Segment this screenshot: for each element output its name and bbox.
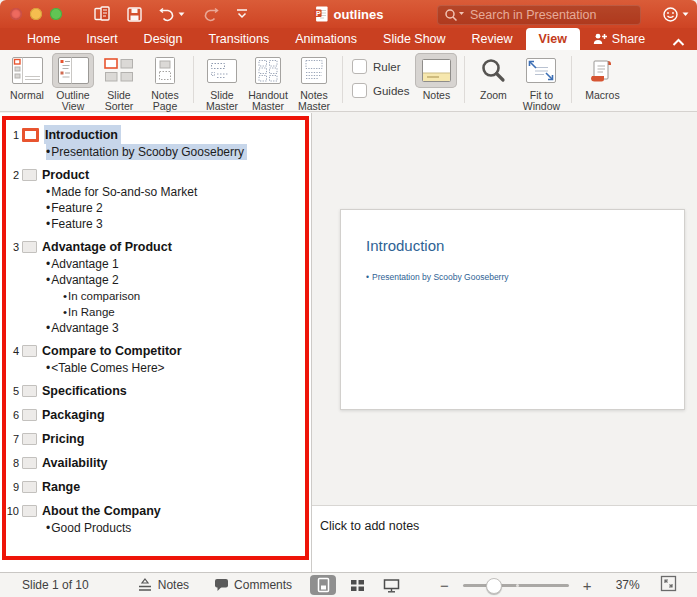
status-normal-view-button[interactable] xyxy=(310,575,336,595)
outline-bullet-text[interactable]: In comparison xyxy=(68,290,140,302)
outline-slide-icon[interactable] xyxy=(22,241,37,253)
tab-insert[interactable]: Insert xyxy=(73,28,130,50)
save-icon[interactable] xyxy=(127,7,142,22)
outline-slide-title-row[interactable]: 4Compare to Competitor xyxy=(0,342,303,360)
ruler-checkbox-row[interactable]: Ruler xyxy=(352,59,409,74)
outline-bullet[interactable]: •In comparison xyxy=(0,288,303,304)
status-slideshow-button[interactable] xyxy=(378,575,404,595)
tab-review[interactable]: Review xyxy=(459,28,526,50)
close-window-button[interactable] xyxy=(10,8,22,20)
status-slide-sorter-button[interactable] xyxy=(344,575,370,595)
notes-page-button[interactable]: Notes Page xyxy=(142,53,188,111)
outline-slide-icon[interactable] xyxy=(22,433,37,445)
outline-bullet[interactable]: •Advantage 2 xyxy=(0,272,303,288)
outline-bullet[interactable]: •Feature 2 xyxy=(0,200,303,216)
notes-pane[interactable]: Click to add notes xyxy=(312,505,697,573)
outline-slide-title-row[interactable]: 8Availability xyxy=(0,454,303,472)
feedback-smiley-button[interactable] xyxy=(662,6,689,23)
outline-bullet-text[interactable]: Advantage 3 xyxy=(51,321,118,335)
normal-view-button[interactable]: Normal xyxy=(4,53,50,101)
outline-bullet-text[interactable]: <Table Comes Here> xyxy=(51,361,164,375)
outline-slide-title-row[interactable]: 2Product xyxy=(0,166,303,184)
tab-home[interactable]: Home xyxy=(14,28,73,50)
search-box[interactable] xyxy=(437,5,641,25)
slide-preview[interactable]: Introduction •Presentation by Scooby Goo… xyxy=(340,209,685,410)
outline-slide-title-row[interactable]: 9Range xyxy=(0,478,303,496)
outline-slide-icon[interactable] xyxy=(22,457,37,469)
outline-bullet-text[interactable]: In Range xyxy=(68,306,115,318)
outline-view-button[interactable]: Outline View xyxy=(50,53,96,111)
outline-bullet-text[interactable]: Presentation by Scooby Gooseberry xyxy=(51,145,244,159)
outline-bullet[interactable]: •Good Products xyxy=(0,520,303,536)
undo-button[interactable] xyxy=(159,7,185,22)
comments-toggle[interactable]: Comments xyxy=(214,578,292,592)
outline-bullet[interactable]: •Made for So-and-so Market xyxy=(0,184,303,200)
slide-sorter-button[interactable]: Slide Sorter xyxy=(96,53,142,111)
outline-slide-title-row[interactable]: 7Pricing xyxy=(0,430,303,448)
fit-slide-to-window-button[interactable] xyxy=(660,575,677,595)
zoom-button[interactable]: Zoom xyxy=(470,53,516,101)
outline-slide-icon[interactable] xyxy=(22,385,37,397)
handout-master-button[interactable]: Handout Master xyxy=(245,53,291,111)
outline-slide-title-row[interactable]: 6Packaging xyxy=(0,406,303,424)
guides-checkbox-row[interactable]: Guides xyxy=(352,83,409,98)
zoom-slider-thumb[interactable] xyxy=(486,578,502,594)
zoom-window-button[interactable] xyxy=(50,8,62,20)
outline-slide-title[interactable]: Pricing xyxy=(42,432,84,446)
outline-bullet-text[interactable]: Made for So-and-so Market xyxy=(51,185,197,199)
outline-slide-title[interactable]: Packaging xyxy=(42,408,105,422)
search-input[interactable] xyxy=(438,6,640,24)
outline-slide-title[interactable]: About the Company xyxy=(42,504,161,518)
outline-slide-title-row[interactable]: 10About the Company xyxy=(0,502,303,520)
zoom-slider[interactable] xyxy=(463,578,569,592)
guides-checkbox[interactable] xyxy=(352,83,367,98)
outline-slide-title-row[interactable]: 3Advantage of Product xyxy=(0,238,303,256)
tab-transitions[interactable]: Transitions xyxy=(196,28,283,50)
outline-bullet-text[interactable]: Feature 2 xyxy=(51,201,102,215)
tab-animations[interactable]: Animations xyxy=(282,28,370,50)
outline-slide-title[interactable]: Compare to Competitor xyxy=(42,344,182,358)
toolbar-options-icon[interactable] xyxy=(236,8,248,20)
outline-bullet[interactable]: •Advantage 1 xyxy=(0,256,303,272)
zoom-in-button[interactable]: + xyxy=(583,577,592,594)
outline-slide-title[interactable]: Introduction xyxy=(44,125,121,144)
notes-toggle[interactable]: Notes xyxy=(137,578,189,592)
minimize-window-button[interactable] xyxy=(30,8,42,20)
outline-bullet-text[interactable]: Advantage 2 xyxy=(51,273,118,287)
outline-bullet[interactable]: •Advantage 3 xyxy=(0,320,303,336)
notes-master-button[interactable]: Notes Master xyxy=(291,53,337,111)
tab-share[interactable]: Share xyxy=(580,28,658,50)
outline-slide-title[interactable]: Range xyxy=(42,480,80,494)
outline-slide-icon[interactable] xyxy=(22,345,37,357)
tab-design[interactable]: Design xyxy=(131,28,196,50)
outline-slide-title[interactable]: Specifications xyxy=(42,384,127,398)
outline-bullet-text[interactable]: Feature 3 xyxy=(51,217,102,231)
outline-slide-title[interactable]: Product xyxy=(42,168,89,182)
fit-to-window-button[interactable]: Fit to Window xyxy=(516,53,566,111)
new-presentation-icon[interactable] xyxy=(94,6,110,22)
slide-master-button[interactable]: Slide Master xyxy=(199,53,245,111)
ruler-checkbox[interactable] xyxy=(352,59,367,74)
notes-toggle-button[interactable]: Notes xyxy=(413,53,459,101)
tab-slide-show[interactable]: Slide Show xyxy=(370,28,459,50)
outline-bullet[interactable]: •Presentation by Scooby Gooseberry xyxy=(0,144,303,160)
outline-slide-icon[interactable] xyxy=(22,409,37,421)
outline-slide-title-row[interactable]: 1Introduction xyxy=(0,126,303,144)
outline-slide-icon[interactable] xyxy=(22,169,37,181)
outline-slide-icon[interactable] xyxy=(22,505,37,517)
outline-slide-title[interactable]: Advantage of Product xyxy=(42,240,172,254)
redo-button[interactable] xyxy=(202,7,219,22)
outline-slide-title-row[interactable]: 5Specifications xyxy=(0,382,303,400)
outline-bullet-text[interactable]: Good Products xyxy=(51,521,131,535)
outline-slide-icon[interactable] xyxy=(22,481,37,493)
outline-slide-title[interactable]: Availability xyxy=(42,456,108,470)
tab-view[interactable]: View xyxy=(526,28,580,50)
outline-bullet[interactable]: •Feature 3 xyxy=(0,216,303,232)
zoom-out-button[interactable]: − xyxy=(440,577,449,594)
collapse-ribbon-chevron-icon[interactable] xyxy=(672,33,685,51)
outline-bullet[interactable]: •In Range xyxy=(0,304,303,320)
outline-slide-icon[interactable] xyxy=(22,128,39,142)
outline-bullet[interactable]: •<Table Comes Here> xyxy=(0,360,303,376)
outline-bullet-text[interactable]: Advantage 1 xyxy=(51,257,118,271)
macros-button[interactable]: Macros xyxy=(577,53,627,101)
